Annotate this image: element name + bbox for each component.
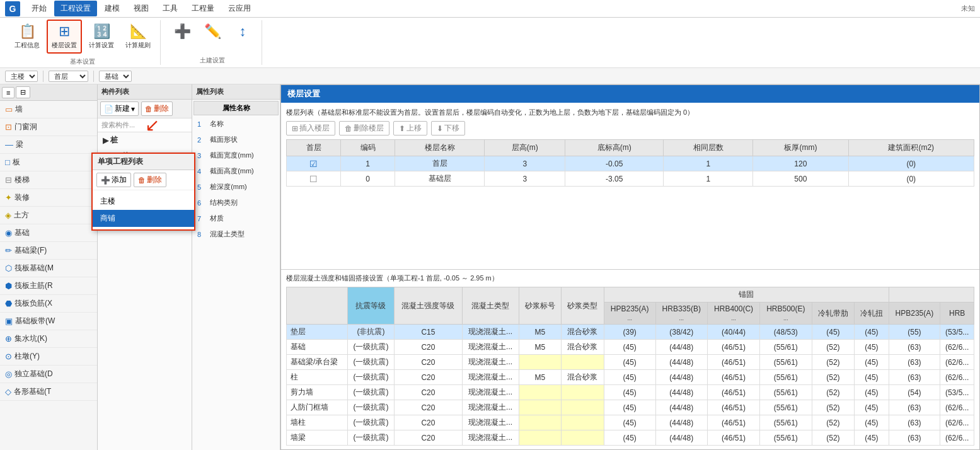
move-up-btn[interactable]: ⬆ 上移: [393, 121, 427, 136]
ribbon-group-basic: 📋 工程信息 ⊞ 楼层设置 🔢 计算设置 📐 计算规则 基本设置: [5, 20, 161, 65]
prop-row-7-label[interactable]: 材质: [206, 211, 279, 226]
concrete-table: 抗震等级 混凝土强度等级 混凝土类型 砂浆标号 砂浆类型 锚固 HPB235(: [286, 287, 974, 446]
middle-panel: 构件列表 📄 新建 ▾ 🗑 删除 搜索构件... ▶ 桩 CFG桩D=40: [98, 84, 192, 450]
popup-list: 主楼 商铺: [93, 190, 194, 229]
sidebar-item-pit[interactable]: ⊕ 集水坑(K): [0, 330, 97, 348]
sidebar-item-column-cap[interactable]: ⊙ 柱墩(Y): [0, 348, 97, 366]
floor-row-base-code: 0: [341, 171, 395, 187]
move-down-btn[interactable]: ⬇ 下移: [431, 121, 465, 136]
foundation-hrb500e: (55/61): [760, 340, 812, 355]
new-component-btn[interactable]: 📄 新建 ▾: [100, 101, 139, 116]
cushion-name: 垫层: [287, 325, 348, 340]
col-element-name: [287, 287, 348, 325]
sidebar-item-foundation-beam[interactable]: ✏ 基础梁(F): [0, 242, 97, 260]
floor-row-base-check[interactable]: ☐: [287, 171, 341, 187]
sidebar-item-shaped-foundation[interactable]: ◇ 各形基础(T: [0, 383, 97, 401]
fbeam-name: 基础梁/承台梁: [287, 355, 348, 370]
floor-dialog-content: 楼层列表（基础层和标准层不能设置为首层。设置首层后，楼层编码自动变化，正数为地上…: [281, 103, 979, 449]
col-hpb235a2: HPB235(A): [889, 303, 940, 325]
sidebar-item-raft-band[interactable]: ▣ 基础板带(W: [0, 313, 97, 330]
prop-row-6-label[interactable]: 结构类别: [206, 195, 279, 210]
btn-calc-settings[interactable]: 🔢 计算设置: [84, 20, 118, 53]
sidebar-item-finish[interactable]: ✦ 装修: [0, 189, 97, 207]
left-sidebar: ≡ ⊟ ▭ 墙 ⊡ 门窗洞 — 梁 □ 板 ⊟ 楼梯: [0, 84, 98, 450]
cushion-lzn: (45): [855, 325, 889, 340]
popup-item-shop[interactable]: 商铺: [93, 210, 194, 227]
prop-row-2-label[interactable]: 截面形状: [206, 132, 279, 147]
column-cap-icon: ⊙: [5, 352, 12, 361]
menu-quantity[interactable]: 工程量: [185, 1, 221, 16]
move-up-icon: ⬆: [399, 124, 405, 133]
sidebar-item-raft-neg[interactable]: ⬣ 筏板负筋(X: [0, 295, 97, 313]
popup-item-main[interactable]: 主楼: [93, 193, 194, 210]
wallcol-hrb400c: (46/51): [707, 415, 759, 430]
sidebar-item-beam-label: 梁: [16, 139, 23, 150]
shaped-icon: ◇: [5, 387, 11, 396]
sidebar-item-slab[interactable]: □ 板: [0, 154, 97, 171]
foundation-hpb235a: (45): [604, 340, 655, 355]
checked-icon: ☑: [309, 159, 318, 169]
sidebar-view-btn2[interactable]: ⊟: [16, 86, 30, 98]
prop-row-1-label[interactable]: 名称: [206, 117, 279, 131]
sidebar-item-earthwork-label: 土方: [14, 210, 29, 221]
insert-floor-btn[interactable]: ⊞ 插入楼层: [286, 121, 335, 136]
prop-row-6: 6 结构类别: [193, 195, 279, 210]
delete-component-btn[interactable]: 🗑 删除: [141, 101, 173, 116]
menu-view[interactable]: 视图: [127, 1, 155, 16]
nbwall-hrb: (62/6...: [940, 400, 974, 415]
floor-select[interactable]: 首层 基础层: [49, 71, 88, 82]
sidebar-item-wall[interactable]: ▭ 墙: [0, 101, 97, 118]
menu-cloud[interactable]: 云应用: [222, 1, 257, 16]
prop-row-2: 2 截面形状: [193, 132, 279, 147]
floor-row-first-check[interactable]: ☑: [287, 156, 341, 171]
sidebar-view-btn1[interactable]: ≡: [2, 87, 14, 98]
prop-row-3-label[interactable]: 截面宽度(mm): [206, 148, 279, 163]
project-info-icon: 📋: [19, 23, 36, 40]
calc-settings-icon: 🔢: [93, 23, 110, 40]
ribbon-civil-buttons: ➕ ✏️ ↕️: [168, 20, 257, 43]
popup-overlay: 单项工程列表 ➕ 添加 🗑 删除 主楼 商铺: [91, 153, 195, 231]
floor-row-first-height: 3: [485, 156, 565, 171]
menu-tools[interactable]: 工具: [156, 1, 184, 16]
btn-project-info[interactable]: 📋 工程信息: [10, 20, 44, 53]
menu-start[interactable]: 开始: [25, 1, 53, 16]
sidebar-item-isolated-foundation[interactable]: ◎ 独立基础(D: [0, 366, 97, 383]
sidebar-item-earthwork[interactable]: ◈ 土方: [0, 207, 97, 224]
menu-project-settings[interactable]: 工程设置: [54, 1, 97, 16]
sidebar-item-stair[interactable]: ⊟ 楼梯: [0, 171, 97, 189]
sidebar-item-raft-main[interactable]: ⬢ 筏板主筋(R: [0, 277, 97, 295]
prop-row-5-label[interactable]: 桩深度(mm): [206, 180, 279, 194]
popup-delete-btn[interactable]: 🗑 删除: [134, 173, 166, 187]
btn-civil-add[interactable]: ➕: [168, 20, 196, 43]
menu-model[interactable]: 建模: [98, 1, 126, 16]
civil-add-icon: ➕: [174, 23, 191, 40]
civil-edit-icon: ✏️: [204, 23, 221, 40]
btn-civil-edit[interactable]: ✏️: [199, 20, 226, 43]
popup-add-btn[interactable]: ➕ 添加: [96, 173, 131, 187]
btn-civil-move[interactable]: ↕️: [229, 20, 257, 43]
sidebar-item-stair-label: 楼梯: [14, 175, 30, 185]
cushion-mortar: M5: [519, 325, 562, 340]
raft-neg-icon: ⬣: [5, 299, 12, 308]
sidebar-item-foundation[interactable]: ◉ 基础: [0, 224, 97, 242]
fbeam-hpb235a: (45): [604, 355, 655, 370]
popup-add-label: 添加: [112, 175, 127, 185]
sidebar-item-beam[interactable]: — 梁: [0, 136, 97, 154]
col-concrete-type: 混凝土类型: [462, 287, 519, 325]
sidebar-item-raft-foundation[interactable]: ⬡ 筏板基础(M: [0, 260, 97, 277]
settings-foundation-group: 基础: [99, 71, 137, 82]
building-select[interactable]: 主楼 商铺: [5, 71, 38, 82]
btn-floor-settings[interactable]: ⊞ 楼层设置: [47, 20, 82, 54]
delete-floor-btn[interactable]: 🗑 删除楼层: [339, 121, 389, 136]
prop-row-4-label[interactable]: 截面高度(mm): [206, 164, 279, 178]
shearwall-mortar: [519, 385, 562, 400]
prop-row-8-label[interactable]: 混凝土类型: [206, 227, 279, 241]
foundation-hrb400c: (46/51): [707, 340, 759, 355]
foundation-select[interactable]: 基础: [99, 71, 132, 82]
nbwall-hrb500e: (55/61): [760, 400, 812, 415]
wallbeam-hrb400c: (46/51): [707, 430, 759, 446]
shearwall-hrb335b: (44/48): [655, 385, 707, 400]
btn-calc-rules[interactable]: 📐 计算规则: [121, 20, 155, 53]
sidebar-item-door[interactable]: ⊡ 门窗洞: [0, 118, 97, 136]
foundation-concrete: C20: [395, 340, 463, 355]
